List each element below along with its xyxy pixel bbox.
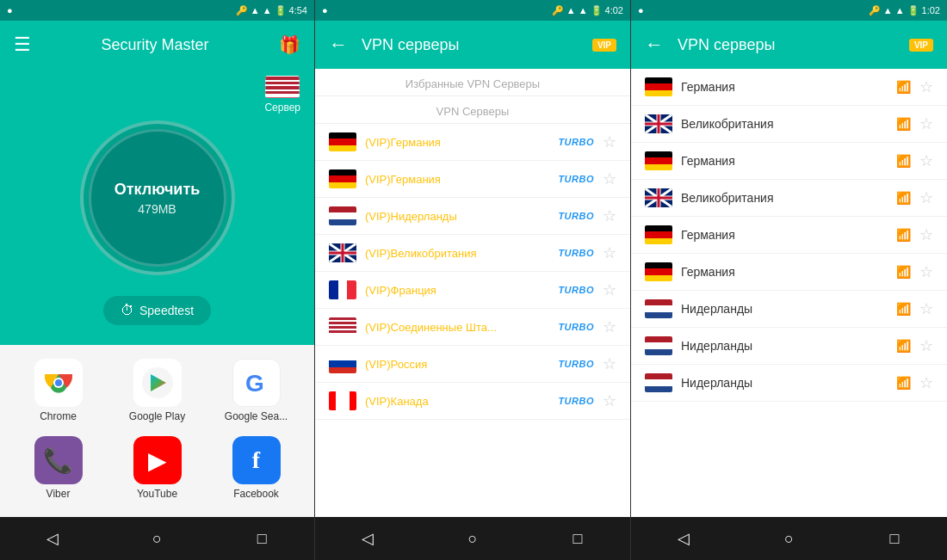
- facebook-icon: f: [252, 446, 260, 474]
- app-youtube[interactable]: ▶ YouTube: [113, 436, 201, 503]
- svg-point-3: [55, 379, 62, 386]
- star-3[interactable]: ☆: [603, 206, 616, 225]
- home-nav-3[interactable]: ○: [771, 521, 806, 556]
- vpn-list-2: Избранные VPN Серверы VPN Серверы (VIP)Г…: [315, 69, 630, 517]
- country-s3-3: Германия: [681, 154, 888, 168]
- country-s3-7: Нидерланды: [681, 302, 888, 316]
- back-btn-3[interactable]: ←: [645, 34, 664, 56]
- home-nav-2[interactable]: ○: [455, 521, 490, 556]
- star-s3-3[interactable]: ☆: [919, 151, 933, 170]
- app-facebook[interactable]: f Facebook: [212, 436, 300, 503]
- star-s3-6[interactable]: ☆: [919, 262, 933, 281]
- status-bar-left-3: ●: [638, 5, 644, 15]
- app-title: Security Master: [101, 36, 208, 54]
- vpn-item-s3-7[interactable]: Нидерланды 📶 ☆: [631, 291, 947, 328]
- star-5[interactable]: ☆: [603, 280, 616, 299]
- vpn-item-s3-3[interactable]: Германия 📶 ☆: [631, 143, 947, 180]
- star-7[interactable]: ☆: [603, 354, 616, 373]
- star-s3-4[interactable]: ☆: [919, 188, 933, 207]
- svg-text:G: G: [245, 370, 264, 397]
- star-s3-5[interactable]: ☆: [919, 225, 933, 244]
- back-nav-3[interactable]: ◁: [666, 521, 701, 556]
- vpn-item-2[interactable]: (VIP)Германия TURBO ☆: [315, 161, 630, 198]
- turbo-2: TURBO: [558, 174, 594, 184]
- vpn-item-s3-2[interactable]: Великобритания 📶 ☆: [631, 106, 947, 143]
- recents-nav-1[interactable]: □: [244, 521, 279, 556]
- country-s3-6: Германия: [681, 265, 888, 279]
- signal-s3-5: 📶: [896, 228, 911, 242]
- key-icon-3: 🔑: [869, 5, 881, 16]
- back-btn-2[interactable]: ←: [329, 34, 348, 56]
- vpn-item-s3-9[interactable]: Нидерланды 📶 ☆: [631, 365, 947, 402]
- vpn-item-6[interactable]: (VIP)Соединенные Шта... TURBO ☆: [315, 309, 630, 346]
- screen-security-master: ● 🔑 ▲ ▲ 🔋 4:54 ☰ Security Master 🎁 Серве…: [0, 0, 315, 560]
- vpn-item-s3-1[interactable]: Германия 📶 ☆: [631, 69, 947, 106]
- vpn-item-s3-5[interactable]: Германия 📶 ☆: [631, 217, 947, 254]
- gift-icon[interactable]: 🎁: [279, 34, 300, 55]
- youtube-label: YouTube: [137, 488, 177, 500]
- star-8[interactable]: ☆: [603, 391, 616, 410]
- disconnect-text: Отключить: [115, 181, 201, 199]
- google-search-label: Google Sea...: [225, 410, 288, 422]
- vpn-item-s3-4[interactable]: Великобритания 📶 ☆: [631, 180, 947, 217]
- app-google-play[interactable]: Google Play: [113, 359, 201, 426]
- data-usage: 479MB: [138, 202, 176, 216]
- flag-de-2: [329, 169, 356, 188]
- vpn-item-3[interactable]: (VIP)Нидерланды TURBO ☆: [315, 198, 630, 235]
- star-s3-2[interactable]: ☆: [919, 114, 933, 133]
- flag-gb-1: [329, 243, 356, 262]
- country-s3-9: Нидерланды: [681, 376, 888, 390]
- home-nav-1[interactable]: ○: [139, 521, 174, 556]
- status-bar-3: ● 🔑 ▲ ▲ 🔋 1:02: [631, 0, 947, 21]
- country-7: (VIP)Россия: [365, 358, 549, 371]
- vpn-item-s3-8[interactable]: Нидерланды 📶 ☆: [631, 328, 947, 365]
- star-2[interactable]: ☆: [603, 169, 616, 188]
- time-1: 4:54: [289, 5, 307, 15]
- recents-nav-2[interactable]: □: [560, 521, 595, 556]
- star-4[interactable]: ☆: [603, 243, 616, 262]
- star-1[interactable]: ☆: [603, 132, 616, 151]
- back-nav-2[interactable]: ◁: [350, 521, 385, 556]
- recents-nav-3[interactable]: □: [877, 521, 912, 556]
- vpn-item-4[interactable]: (VIP)Великобритания TURBO ☆: [315, 235, 630, 272]
- vpn-circle[interactable]: Отключить 479MB: [80, 120, 235, 275]
- flag-gb-s3-1: [645, 114, 672, 133]
- status-bar-right-3: 🔑 ▲ ▲ 🔋 1:02: [869, 5, 940, 16]
- wifi-icon-3: ▲: [883, 5, 893, 15]
- screen-vpn-list: ● 🔑 ▲ ▲ 🔋 4:02 ← VPN серверы VIP Избранн…: [315, 0, 631, 560]
- app-google-search[interactable]: G Google Sea...: [212, 359, 300, 426]
- star-s3-7[interactable]: ☆: [919, 299, 933, 318]
- back-nav-1[interactable]: ◁: [35, 521, 70, 556]
- star-s3-9[interactable]: ☆: [919, 373, 933, 392]
- status-bar-left-1: ●: [7, 5, 13, 15]
- country-8: (VIP)Канада: [365, 395, 549, 408]
- flag-de-s3-1: [645, 77, 672, 96]
- chrome-icon: [43, 367, 74, 398]
- flag-de-s3-3: [645, 225, 672, 244]
- menu-icon[interactable]: ☰: [14, 34, 31, 56]
- star-s3-1[interactable]: ☆: [919, 77, 933, 96]
- country-6: (VIP)Соединенные Шта...: [365, 321, 549, 334]
- vpn-item-8[interactable]: (VIP)Канада TURBO ☆: [315, 383, 630, 420]
- turbo-3: TURBO: [558, 211, 594, 221]
- vpn-item-7[interactable]: (VIP)Россия TURBO ☆: [315, 346, 630, 383]
- status-bar-left-2: ●: [322, 5, 328, 15]
- star-s3-8[interactable]: ☆: [919, 336, 933, 355]
- server-badge[interactable]: Сервер: [264, 76, 300, 114]
- vpn-item-5[interactable]: (VIP)Франция TURBO ☆: [315, 272, 630, 309]
- flag-nl-s3-1: [645, 299, 672, 318]
- country-2: (VIP)Германия: [365, 173, 549, 186]
- app-chrome[interactable]: Chrome: [14, 359, 102, 426]
- country-s3-2: Великобритания: [681, 117, 888, 131]
- servers-title: VPN Серверы: [315, 96, 630, 124]
- speedtest-label: Speedtest: [139, 304, 194, 317]
- flag-ca-1: [329, 391, 356, 410]
- viber-icon: 📞: [43, 446, 73, 475]
- wifi-icon-2: ▲: [566, 5, 576, 15]
- app-viber[interactable]: 📞 Viber: [14, 436, 102, 503]
- country-s3-8: Нидерланды: [681, 339, 888, 353]
- vpn-item-1[interactable]: (VIP)Германия TURBO ☆: [315, 124, 630, 161]
- vpn-item-s3-6[interactable]: Германия 📶 ☆: [631, 254, 947, 291]
- star-6[interactable]: ☆: [603, 317, 616, 336]
- speedtest-button[interactable]: ⏱ Speedtest: [103, 296, 211, 325]
